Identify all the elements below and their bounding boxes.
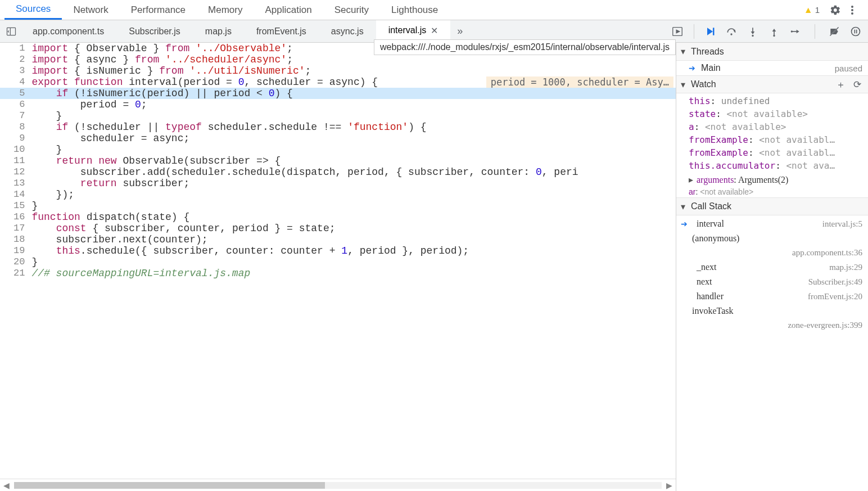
threads-section-header[interactable]: Threads xyxy=(676,43,868,61)
callstack-frame[interactable]: ➔intervalinterval.js:5 xyxy=(676,217,868,231)
watch-row[interactable]: fromExample: <not availabl… xyxy=(676,133,868,146)
code-line[interactable]: return subscriber; xyxy=(31,178,676,189)
add-watch-icon[interactable]: ＋ xyxy=(834,78,848,91)
code-line[interactable]: }); xyxy=(31,189,676,200)
watch-section-header[interactable]: Watch ＋ ⟳ xyxy=(676,75,868,93)
code-line[interactable]: if (!isNumeric(period) || period < 0) { xyxy=(31,88,676,99)
watch-row[interactable]: a: <not available> xyxy=(676,120,868,133)
code-line[interactable]: subscriber.next(counter); xyxy=(31,234,676,245)
more-icon[interactable] xyxy=(851,4,860,16)
line-number[interactable]: 9 xyxy=(0,133,31,144)
watch-row[interactable]: this.accumulator: <not ava… xyxy=(676,159,868,172)
watch-row[interactable]: this: undefined xyxy=(676,94,868,107)
resume-button[interactable] xyxy=(704,26,716,37)
close-tab-icon[interactable]: ✕ xyxy=(431,25,438,36)
thread-row[interactable]: ➔ Main paused xyxy=(676,61,868,75)
code-line[interactable]: } xyxy=(31,256,676,268)
line-number[interactable]: 21 xyxy=(0,268,31,279)
code-line[interactable]: import { isNumeric } from '../util/isNum… xyxy=(31,65,676,76)
line-number[interactable]: 17 xyxy=(0,223,31,234)
line-number[interactable]: 15 xyxy=(0,200,31,211)
file-tab[interactable]: app.component.ts xyxy=(20,20,116,42)
file-tab[interactable]: Subscriber.js xyxy=(116,20,193,42)
panel-tab-application[interactable]: Application xyxy=(254,0,323,20)
line-number[interactable]: 5 xyxy=(0,88,31,99)
line-number[interactable]: 11 xyxy=(0,155,31,166)
line-number[interactable]: 13 xyxy=(0,178,31,189)
callstack-title: Call Stack xyxy=(691,201,731,211)
svg-marker-11 xyxy=(772,29,776,31)
line-number[interactable]: 19 xyxy=(0,245,31,256)
step-button[interactable] xyxy=(790,26,801,37)
horizontal-scrollbar[interactable]: ◀ ▶ xyxy=(0,479,676,491)
line-number[interactable]: 3 xyxy=(0,65,31,76)
step-over-button[interactable] xyxy=(726,26,737,37)
more-tabs-icon[interactable]: » xyxy=(450,25,469,37)
callstack-frame[interactable]: invokeTaskzone-evergreen.js:399 xyxy=(676,304,868,332)
line-number[interactable]: 18 xyxy=(0,234,31,245)
callstack-frame[interactable]: nextSubscriber.js:49 xyxy=(676,274,868,289)
file-tab[interactable]: map.js xyxy=(193,20,244,42)
code-line[interactable]: subscriber.add(scheduler.schedule(dispat… xyxy=(31,166,676,178)
code-line[interactable]: export function interval(period = 0, sch… xyxy=(31,76,676,88)
code-line[interactable]: const { subscriber, counter, period } = … xyxy=(31,223,676,234)
code-line[interactable]: period = 0; xyxy=(31,99,676,110)
code-editor[interactable]: webpack:///./node_modules/rxjs/_esm2015/… xyxy=(0,43,676,491)
debugger-sidebar: Threads ➔ Main paused Watch ＋ ⟳ this: un… xyxy=(676,43,868,491)
toggle-navigator-button[interactable] xyxy=(2,22,20,40)
panel-tab-network[interactable]: Network xyxy=(62,0,119,20)
refresh-watch-icon[interactable]: ⟳ xyxy=(851,79,864,91)
step-out-button[interactable] xyxy=(768,26,780,37)
callstack-section-header[interactable]: Call Stack xyxy=(676,197,868,215)
current-frame-icon xyxy=(681,306,689,316)
current-frame-icon xyxy=(681,233,689,244)
line-number[interactable]: 2 xyxy=(0,54,31,65)
line-number[interactable]: 8 xyxy=(0,121,31,133)
svg-marker-8 xyxy=(751,31,755,34)
watch-row[interactable]: ar: <not available> xyxy=(676,186,868,197)
code-line[interactable]: function dispatch(state) { xyxy=(31,211,676,223)
line-number[interactable]: 12 xyxy=(0,166,31,178)
line-number[interactable]: 20 xyxy=(0,256,31,268)
code-line[interactable]: this.schedule({ subscriber, counter: cou… xyxy=(31,245,676,256)
line-number[interactable]: 6 xyxy=(0,99,31,110)
panel-tab-memory[interactable]: Memory xyxy=(197,0,254,20)
panel-tab-sources[interactable]: Sources xyxy=(4,0,62,20)
frame-location: interval.js:5 xyxy=(822,219,862,229)
scroll-left-icon[interactable]: ◀ xyxy=(0,481,13,490)
callstack-list: ➔intervalinterval.js:5(anonymous)app.com… xyxy=(676,215,868,334)
warnings-badge[interactable]: ▲ 1 xyxy=(804,5,820,15)
pause-on-exceptions-button[interactable] xyxy=(850,26,861,37)
panel-tab-lighthouse[interactable]: Lighthouse xyxy=(380,0,449,20)
scroll-right-icon[interactable]: ▶ xyxy=(663,481,676,490)
line-number[interactable]: 10 xyxy=(0,144,31,155)
panel-tab-security[interactable]: Security xyxy=(323,0,380,20)
code-line[interactable]: } xyxy=(31,110,676,121)
code-line[interactable]: } xyxy=(31,144,676,155)
watch-row[interactable]: state: <not available> xyxy=(676,107,868,120)
code-line[interactable]: scheduler = async; xyxy=(31,133,676,144)
callstack-frame[interactable]: (anonymous)app.component.ts:36 xyxy=(676,231,868,260)
svg-point-6 xyxy=(730,33,732,35)
code-line[interactable]: //# sourceMappingURL=interval.js.map xyxy=(31,268,676,279)
line-number[interactable]: 1 xyxy=(0,43,31,54)
code-line[interactable]: return new Observable(subscriber => { xyxy=(31,155,676,166)
code-line[interactable]: } xyxy=(31,200,676,211)
line-number[interactable]: 14 xyxy=(0,189,31,200)
toggle-screencast-button[interactable] xyxy=(669,23,686,40)
watch-arguments-row[interactable]: arguments: Arguments(2) xyxy=(676,173,868,186)
file-tab[interactable]: fromEvent.js xyxy=(244,20,319,42)
line-number[interactable]: 4 xyxy=(0,76,31,88)
deactivate-breakpoints-button[interactable] xyxy=(829,26,840,37)
code-line[interactable]: if (!scheduler || typeof scheduler.sched… xyxy=(31,121,676,133)
callstack-frame[interactable]: handlerfromEvent.js:20 xyxy=(676,289,868,304)
file-tab[interactable]: async.js xyxy=(319,20,376,42)
callstack-frame[interactable]: _nextmap.js:29 xyxy=(676,260,868,274)
line-number[interactable]: 16 xyxy=(0,211,31,223)
line-number[interactable]: 7 xyxy=(0,110,31,121)
watch-row[interactable]: fromExample: <not availabl… xyxy=(676,146,868,159)
code-line[interactable]: import { async } from '../scheduler/asyn… xyxy=(31,54,676,65)
step-into-button[interactable] xyxy=(747,26,758,37)
panel-tab-performance[interactable]: Performance xyxy=(120,0,197,20)
settings-icon[interactable] xyxy=(830,4,841,16)
